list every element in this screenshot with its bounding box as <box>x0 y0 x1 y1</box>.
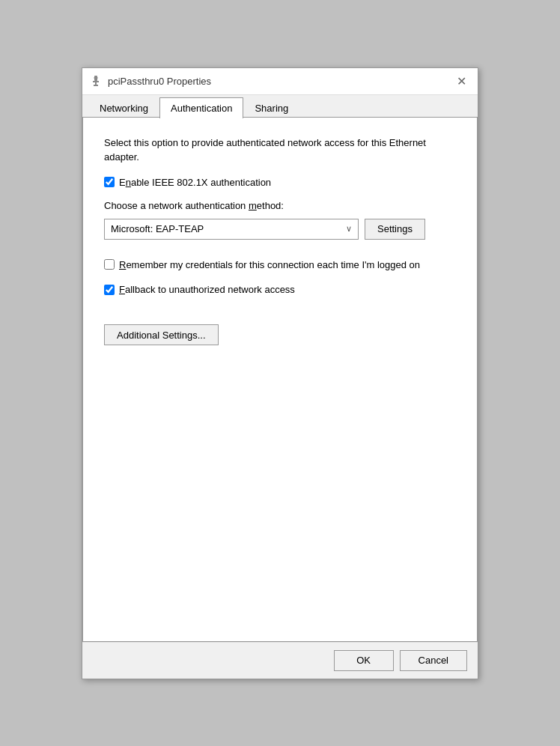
svg-rect-4 <box>94 77 94 79</box>
content-area: Select this option to provide authentica… <box>82 118 478 642</box>
enable-8021x-checkbox[interactable] <box>104 177 115 187</box>
method-row: Microsoft: EAP-TEAP ∨ Settings <box>104 219 456 240</box>
svg-rect-5 <box>97 77 98 79</box>
svg-rect-3 <box>94 85 98 86</box>
close-button[interactable]: ✕ <box>452 72 470 90</box>
svg-rect-1 <box>93 81 99 82</box>
enable-8021x-row: Enable IEEE 802.1X authentication <box>104 177 456 188</box>
title-bar: pciPassthru0 Properties ✕ <box>82 68 478 95</box>
ok-button[interactable]: OK <box>334 650 394 671</box>
settings-button[interactable]: Settings <box>365 219 425 240</box>
tab-authentication[interactable]: Authentication <box>159 97 243 118</box>
bottom-bar: OK Cancel <box>82 642 478 679</box>
window-icon <box>90 75 102 87</box>
window-title: pciPassthru0 Properties <box>108 76 211 87</box>
properties-dialog: pciPassthru0 Properties ✕ Networking Aut… <box>82 67 478 679</box>
remember-credentials-label: Remember my credentials for this connect… <box>119 258 420 273</box>
fallback-checkbox[interactable] <box>104 285 115 295</box>
additional-settings-button[interactable]: Additional Settings... <box>104 324 219 345</box>
enable-8021x-label: Enable IEEE 802.1X authentication <box>119 177 271 188</box>
method-dropdown-value: Microsoft: EAP-TEAP <box>111 223 204 234</box>
method-label: Choose a network authentication method: <box>104 200 456 211</box>
fallback-label: Fallback to unauthorized network access <box>119 284 295 295</box>
tab-sharing[interactable]: Sharing <box>243 97 299 118</box>
cancel-button[interactable]: Cancel <box>400 650 467 671</box>
svg-rect-0 <box>94 76 97 81</box>
fallback-row: Fallback to unauthorized network access <box>104 284 456 295</box>
remember-credentials-checkbox[interactable] <box>104 259 115 270</box>
tab-bar: Networking Authentication Sharing <box>82 97 478 118</box>
title-bar-left: pciPassthru0 Properties <box>90 75 211 87</box>
method-dropdown[interactable]: Microsoft: EAP-TEAP ∨ <box>104 219 359 240</box>
chevron-down-icon: ∨ <box>346 224 352 234</box>
tab-networking[interactable]: Networking <box>88 97 159 118</box>
description-text: Select this option to provide authentica… <box>104 136 456 165</box>
remember-credentials-row: Remember my credentials for this connect… <box>104 258 456 273</box>
